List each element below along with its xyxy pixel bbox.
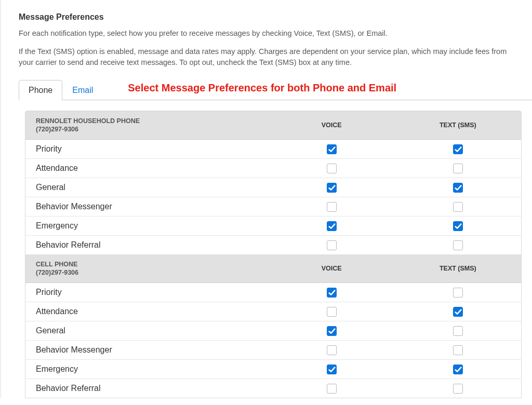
tabbar: Phone Email Select Message Preferences f…: [19, 79, 532, 100]
preferences-table: RENNOLET HOUSEHOLD PHONE(720)297-9306VOI…: [25, 111, 521, 398]
table-row: Behavior Referral: [25, 379, 521, 398]
checkbox-0-5-voice[interactable]: [327, 240, 337, 250]
cell-text: [395, 217, 521, 236]
cell-voice: [268, 236, 394, 255]
checkbox-1-0-voice[interactable]: [327, 288, 337, 298]
col-header-text: TEXT (SMS): [395, 111, 521, 140]
group-subtitle: (720)297-9306: [36, 125, 258, 136]
cell-voice: [268, 321, 394, 341]
tab-phone[interactable]: Phone: [19, 80, 62, 100]
table-row: General: [25, 178, 521, 197]
row-label: Emergency: [25, 360, 268, 379]
cell-text: [395, 379, 521, 398]
table-row: Emergency: [25, 217, 521, 236]
group-title: CELL PHONE: [36, 261, 77, 268]
group-header: CELL PHONE(720)297-9306: [25, 254, 268, 283]
cell-text: [395, 321, 521, 341]
cell-voice: [268, 197, 394, 217]
checkbox-0-0-text[interactable]: [453, 144, 463, 154]
section-desc-2: If the Text (SMS) option is enabled, mes…: [19, 46, 511, 68]
table-row: Behavior Messenger: [25, 341, 521, 360]
table-row: Attendance: [25, 159, 521, 178]
row-label: Behavior Messenger: [25, 341, 268, 360]
checkbox-0-4-voice[interactable]: [327, 221, 337, 231]
cell-text: [395, 178, 521, 197]
checkbox-0-5-text[interactable]: [453, 240, 463, 250]
content-inner: Message Preferences For each notificatio…: [1, 0, 532, 398]
checkbox-0-1-voice[interactable]: [327, 164, 337, 173]
checkbox-1-5-voice[interactable]: [327, 384, 337, 394]
cell-voice: [268, 379, 394, 398]
table-row: Behavior Referral: [25, 236, 521, 255]
cell-voice: [268, 341, 394, 360]
table-row: Behavior Messenger: [25, 197, 521, 217]
checkbox-1-3-text[interactable]: [453, 345, 463, 355]
checkbox-1-2-voice[interactable]: [327, 326, 337, 336]
row-label: Attendance: [25, 302, 268, 321]
checkbox-1-2-text[interactable]: [453, 326, 463, 336]
section-desc-1: For each notification type, select how y…: [19, 28, 511, 39]
row-label: Attendance: [25, 159, 268, 178]
cell-text: [395, 360, 521, 379]
row-label: Priority: [25, 140, 268, 159]
table-row: Emergency: [25, 360, 521, 379]
preferences-table-wrap: RENNOLET HOUSEHOLD PHONE(720)297-9306VOI…: [25, 111, 522, 398]
table-row: General: [25, 321, 521, 341]
cell-voice: [268, 302, 394, 321]
group-subtitle: (720)297-9306: [36, 268, 258, 279]
checkbox-0-4-text[interactable]: [453, 221, 463, 231]
checkbox-1-5-text[interactable]: [453, 384, 463, 394]
cell-text: [395, 140, 521, 159]
row-label: General: [25, 321, 268, 341]
checkbox-1-1-voice[interactable]: [327, 307, 337, 317]
group-header: RENNOLET HOUSEHOLD PHONE(720)297-9306: [25, 111, 268, 140]
checkbox-0-1-text[interactable]: [453, 164, 463, 173]
checkbox-0-0-voice[interactable]: [327, 144, 337, 154]
col-header-voice: VOICE: [268, 111, 394, 140]
checkbox-0-2-voice[interactable]: [327, 183, 337, 193]
cell-voice: [268, 140, 394, 159]
row-label: Behavior Referral: [25, 379, 268, 398]
table-row: Priority: [25, 140, 521, 159]
checkbox-1-4-voice[interactable]: [327, 365, 337, 374]
cell-text: [395, 302, 521, 321]
row-label: Priority: [25, 283, 268, 302]
cell-voice: [268, 360, 394, 379]
col-header-voice: VOICE: [268, 254, 394, 283]
checkbox-0-2-text[interactable]: [453, 183, 463, 193]
cell-text: [395, 341, 521, 360]
table-row: Attendance: [25, 302, 521, 321]
cell-voice: [268, 217, 394, 236]
tab-email[interactable]: Email: [62, 80, 103, 100]
cell-text: [395, 236, 521, 255]
section-title: Message Preferences: [19, 12, 532, 22]
cell-voice: [268, 159, 394, 178]
checkbox-1-1-text[interactable]: [453, 307, 463, 317]
checkbox-1-0-text[interactable]: [453, 288, 463, 298]
checkbox-1-3-voice[interactable]: [327, 345, 337, 355]
page: Message Preferences For each notificatio…: [0, 0, 532, 398]
cell-voice: [268, 178, 394, 197]
cell-text: [395, 197, 521, 217]
row-label: Emergency: [25, 217, 268, 236]
table-row: Priority: [25, 283, 521, 302]
row-label: General: [25, 178, 268, 197]
row-label: Behavior Referral: [25, 236, 268, 255]
cell-voice: [268, 283, 394, 302]
col-header-text: TEXT (SMS): [395, 254, 521, 283]
row-label: Behavior Messenger: [25, 197, 268, 217]
checkbox-0-3-text[interactable]: [453, 202, 463, 212]
checkbox-1-4-text[interactable]: [453, 365, 463, 374]
checkbox-0-3-voice[interactable]: [327, 202, 337, 212]
cell-text: [395, 283, 521, 302]
cell-text: [395, 159, 521, 178]
tab-instruction: Select Message Preferences for both Phon…: [128, 82, 396, 97]
group-title: RENNOLET HOUSEHOLD PHONE: [36, 117, 140, 125]
